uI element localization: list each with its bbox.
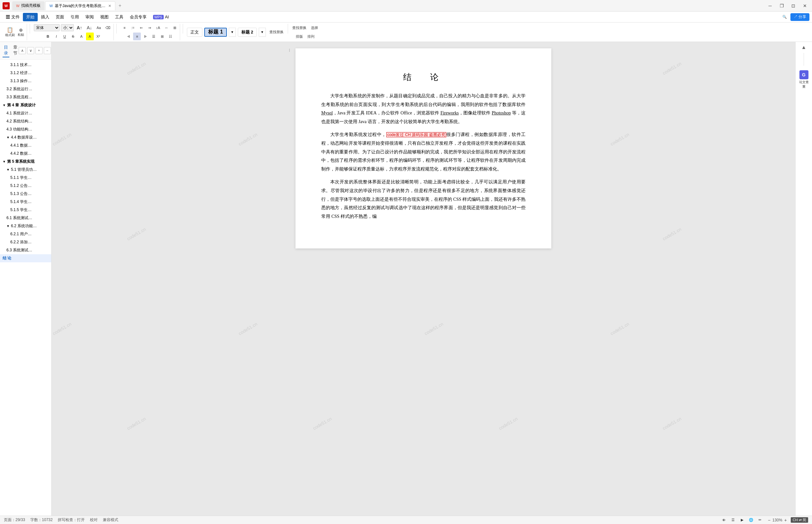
font-shrink-button[interactable]: A↓ bbox=[85, 24, 94, 32]
edit-button[interactable]: ✏ bbox=[756, 516, 764, 524]
sidebar-up-button[interactable]: ∧ bbox=[19, 47, 26, 54]
indent-increase-button[interactable]: ⇒ bbox=[146, 24, 153, 32]
font-grow-button[interactable]: A↑ bbox=[75, 24, 84, 32]
view-list-button[interactable]: ☰ bbox=[729, 516, 737, 524]
align-center-button[interactable]: ≡ bbox=[133, 33, 141, 40]
styles-panel-button[interactable]: 查找替换 bbox=[268, 28, 285, 36]
sidebar-expand-button[interactable]: + bbox=[35, 47, 43, 54]
toc-item-63[interactable]: 6.3 系统测试… bbox=[0, 246, 51, 254]
line-spacing-button[interactable]: ↕A bbox=[154, 24, 162, 32]
view-eye-button[interactable]: 👁 bbox=[720, 516, 728, 524]
style-h1-button[interactable]: 标题 1 bbox=[204, 28, 227, 37]
style-h2-button[interactable]: 标题 2 bbox=[238, 28, 257, 37]
toc-item-61[interactable]: 6.1 系统测试… bbox=[0, 214, 51, 222]
highlight-button[interactable]: A bbox=[86, 33, 94, 40]
menu-wpsai[interactable]: WPSAI bbox=[150, 13, 172, 21]
strikethrough-button[interactable]: S bbox=[69, 33, 77, 40]
toc-item-515[interactable]: 5.1.5 学生… bbox=[0, 206, 51, 214]
indent-decrease-button[interactable]: ⇐ bbox=[137, 24, 145, 32]
underline-button[interactable]: U bbox=[61, 33, 69, 40]
toc-item-442[interactable]: 4.4.2 数据… bbox=[0, 149, 51, 158]
toc-item-51[interactable]: ▼5.1 管理员功… bbox=[0, 166, 51, 174]
tab-close-icon[interactable]: ✕ bbox=[108, 4, 111, 8]
toc-item-32[interactable]: 3.2 系统运行… bbox=[0, 85, 51, 93]
bold-button[interactable]: B bbox=[44, 33, 52, 40]
menu-page[interactable]: 页面 bbox=[52, 13, 67, 21]
expand-icon-5[interactable]: ▼ bbox=[3, 160, 6, 163]
toc-item-41[interactable]: 4.1 系统设计… bbox=[0, 109, 51, 117]
superscript-button[interactable]: X² bbox=[95, 33, 102, 40]
copy-button[interactable]: ⊕ 粘贴 bbox=[16, 27, 26, 38]
sidebar-tab-chapter[interactable]: 章节 bbox=[12, 44, 19, 58]
font-size-select[interactable]: 小三 bbox=[61, 24, 74, 31]
toc-item-513[interactable]: 5.1.3 公告… bbox=[0, 190, 51, 198]
style-h2-dropdown[interactable]: ▼ bbox=[259, 28, 266, 37]
menu-view[interactable]: 视图 bbox=[97, 13, 112, 21]
sidebar-down-button[interactable]: ∨ bbox=[27, 47, 34, 54]
toc-item-312[interactable]: 3.1.2 经济… bbox=[0, 69, 51, 77]
toc-item-43[interactable]: 4.3 功能结构… bbox=[0, 125, 51, 133]
menu-start[interactable]: 开始 bbox=[23, 13, 38, 21]
toc-item-514[interactable]: 5.1.4 学生… bbox=[0, 198, 51, 206]
para-spacing-button[interactable]: ↔ bbox=[162, 24, 170, 32]
select-button[interactable]: 选择 bbox=[309, 24, 320, 32]
expand-icon-51[interactable]: ▼ bbox=[6, 168, 10, 171]
paste-button[interactable]: 📋 格式刷 bbox=[4, 26, 16, 38]
doc-area[interactable]: code51.cn code51.cn code51.cn code51.cn … bbox=[52, 42, 795, 515]
zoom-increase-button[interactable]: + bbox=[784, 518, 787, 523]
font-case-button[interactable]: Aa bbox=[95, 24, 102, 32]
style-normal-button[interactable]: 正文 bbox=[187, 28, 202, 37]
col-button[interactable]: ⊞ bbox=[158, 33, 166, 40]
toc-item-621[interactable]: 6.2.1 用户… bbox=[0, 230, 51, 238]
expand-icon-44[interactable]: ▼ bbox=[6, 136, 10, 139]
menu-review[interactable]: 审阅 bbox=[82, 13, 97, 21]
align-justify-button[interactable]: ☰ bbox=[150, 33, 158, 40]
toc-item-512[interactable]: 5.1.2 公告… bbox=[0, 182, 51, 190]
find-replace-button[interactable]: 查找替换 bbox=[291, 24, 308, 32]
tab-add-button[interactable]: + bbox=[116, 3, 124, 9]
toc-item-441[interactable]: 4.4.1 数据… bbox=[0, 142, 51, 149]
sidebar-collapse-button[interactable]: − bbox=[44, 47, 51, 54]
expand-icon-4[interactable]: ▼ bbox=[3, 103, 6, 107]
tab-template[interactable]: W 找稿壳模板 bbox=[12, 1, 45, 10]
toc-item-33[interactable]: 3.3 系统流程… bbox=[0, 93, 51, 101]
menu-member[interactable]: 会员专享 bbox=[127, 13, 150, 21]
close-button[interactable]: ✕ bbox=[800, 2, 809, 9]
borders-button[interactable]: ⊞ bbox=[171, 24, 179, 32]
list-unordered-button[interactable]: ≡ bbox=[120, 24, 128, 32]
menu-insert[interactable]: 插入 bbox=[38, 13, 52, 21]
style-h1-dropdown[interactable]: ▼ bbox=[229, 28, 236, 37]
menu-file[interactable]: ☰ 文件 bbox=[3, 13, 23, 21]
menu-tools[interactable]: 工具 bbox=[112, 13, 127, 21]
globe-button[interactable]: 🌐 bbox=[747, 516, 755, 524]
toc-item-311[interactable]: 3.1.1 技术… bbox=[0, 61, 51, 69]
font-color-button[interactable]: A bbox=[78, 33, 85, 40]
restore2-button[interactable]: ⊡ bbox=[789, 2, 798, 9]
paper-check-button[interactable]: G 论文查重 bbox=[797, 68, 811, 91]
arrange-button[interactable]: 排版 bbox=[294, 33, 304, 40]
toc-item-5[interactable]: ▼第 5 章系统实现 bbox=[0, 158, 51, 166]
toc-item-44[interactable]: ▼4.4 数据库设… bbox=[0, 133, 51, 142]
align-right-button[interactable]: ⫸ bbox=[142, 33, 149, 40]
toc-item-42[interactable]: 4.2 系统结构… bbox=[0, 117, 51, 125]
toc-item-313[interactable]: 3.1.3 操作… bbox=[0, 77, 51, 85]
toc-item-511[interactable]: 5.1.1 学生… bbox=[0, 174, 51, 182]
tab-doc[interactable]: W 基于Java的大学生考勤系统的… ✕ bbox=[45, 1, 115, 10]
expand-icon-62[interactable]: ▼ bbox=[6, 224, 10, 228]
minimize-button[interactable]: ─ bbox=[766, 2, 775, 9]
restore-button[interactable]: ❐ bbox=[777, 2, 786, 9]
italic-button[interactable]: I bbox=[52, 33, 60, 40]
align-left-button[interactable]: ⫷ bbox=[125, 33, 132, 40]
zoom-decrease-button[interactable]: − bbox=[768, 518, 770, 523]
toc-item-conclusion[interactable]: 结 论 bbox=[0, 254, 51, 262]
eraser-button[interactable]: ⌫ bbox=[104, 24, 112, 32]
play-button[interactable]: ▶ bbox=[738, 516, 746, 524]
shading-button[interactable]: ☷ bbox=[167, 33, 174, 40]
proofread[interactable]: 校对 bbox=[90, 517, 98, 523]
menu-ref[interactable]: 引用 bbox=[67, 13, 82, 21]
toc-item-62[interactable]: ▼6.2 系统功能… bbox=[0, 222, 51, 230]
toc-item-622[interactable]: 6.2.2 添加… bbox=[0, 238, 51, 246]
list-ordered-button[interactable]: := bbox=[129, 24, 137, 32]
font-name-select[interactable]: 宋体 bbox=[34, 24, 60, 31]
sort-button[interactable]: 排列 bbox=[306, 33, 316, 40]
